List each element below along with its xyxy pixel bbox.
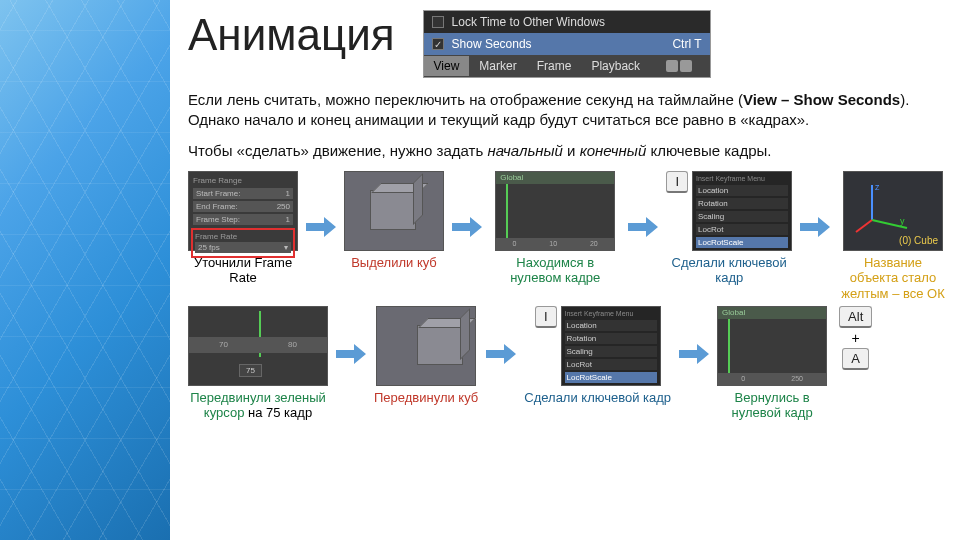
arrow-icon [484, 342, 518, 366]
caption: Находимся в нулевом кадре [490, 255, 620, 286]
thumb-cube-selected [344, 171, 444, 251]
thumb-timeline-zero: Global 01020 [495, 171, 615, 251]
key-i: I [535, 306, 557, 328]
svg-text:y: y [900, 216, 905, 226]
thumb-cube-moved [376, 306, 476, 386]
menu-item-lock: Lock Time to Other Windows [424, 11, 710, 33]
slide-content: Анимация Lock Time to Other Windows ✓Sho… [170, 0, 960, 540]
menu-bar: ViewMarker FramePlayback [424, 55, 710, 77]
key-a: A [842, 348, 869, 370]
arrow-icon [798, 215, 832, 239]
caption: Выделили куб [351, 255, 437, 271]
page-title: Анимация [188, 10, 395, 60]
thumb-frame-props: Frame Range Start Frame:1 End Frame:250 … [188, 171, 298, 251]
paragraph-1: Если лень считать, можно переключить на … [188, 90, 948, 131]
arrow-icon [677, 342, 711, 366]
caption: Вернулись в нулевой кадр [722, 390, 822, 421]
thumb-keyframe-menu: Insert Keyframe Menu Location Rotation S… [561, 306, 661, 386]
arrow-icon [626, 215, 660, 239]
key-alt: Alt [839, 306, 872, 328]
thumb-timeline-return: Global 0250 [717, 306, 827, 386]
steps-row-1: Frame Range Start Frame:1 End Frame:250 … [188, 171, 948, 302]
caption: Передвинули куб [374, 390, 478, 406]
thumb-keyframe-menu: Insert Keyframe Menu Location Rotation S… [692, 171, 792, 251]
svg-line-4 [856, 220, 872, 232]
decorative-sidebar [0, 0, 170, 540]
view-menu-screenshot: Lock Time to Other Windows ✓Show Seconds… [423, 10, 711, 78]
paragraph-2: Чтобы «сделать» движение, нужно задать н… [188, 141, 948, 161]
caption: Передвинули зеленый курсор на 75 кадр [188, 390, 328, 421]
caption: Уточнили Frame Rate [188, 255, 298, 286]
caption: Название объекта стало желтым – все ОК [838, 255, 948, 302]
arrow-icon [334, 342, 368, 366]
menu-item-show-seconds: ✓Show Seconds Ctrl T [424, 33, 710, 55]
thumb-timeline-75: 7080 75 [188, 306, 328, 386]
thumb-axes: z y (0) Cube [843, 171, 943, 251]
shortcut-alt-a: Alt + A [839, 306, 872, 370]
caption: Сделали ключевой кадр [524, 390, 671, 406]
svg-text:z: z [875, 182, 880, 192]
caption: Сделали ключевой кадр [666, 255, 792, 286]
arrow-icon [304, 215, 338, 239]
key-i: I [666, 171, 688, 193]
arrow-icon [450, 215, 484, 239]
steps-row-2: 7080 75 Передвинули зеленый курсор на 75… [188, 306, 948, 421]
